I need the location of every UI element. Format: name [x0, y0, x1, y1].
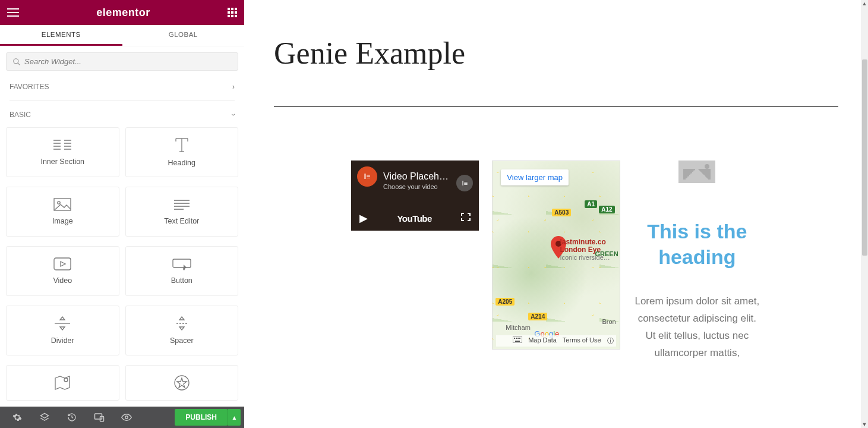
svg-rect-15 — [54, 199, 71, 210]
map-terms-link[interactable]: Terms of Use — [563, 336, 601, 345]
keyboard-icon[interactable] — [513, 336, 522, 343]
scrollbar-thumb[interactable] — [862, 59, 867, 256]
spacer-icon — [173, 316, 191, 331]
widget-label: Heading — [168, 159, 195, 167]
map-area-label: GREEN — [595, 250, 618, 257]
publish-options-button[interactable]: ▲ — [228, 409, 241, 426]
svg-point-30 — [64, 378, 68, 382]
map-data-link[interactable]: Map Data — [528, 336, 557, 345]
section-divider — [10, 100, 235, 101]
video-icon — [53, 257, 71, 270]
column-3[interactable]: This is the heading Lorem ipsum dolor si… — [633, 160, 761, 362]
eye-icon — [121, 413, 132, 421]
svg-marker-22 — [61, 262, 65, 266]
widget-label: Inner Section — [40, 158, 84, 166]
map-area-label: Bron — [602, 318, 616, 325]
map-area-label: Mitcham — [506, 324, 531, 331]
svg-rect-43 — [515, 341, 520, 342]
map-label-line: lastminute.co — [560, 238, 610, 246]
image-icon — [53, 198, 71, 211]
youtube-logo: YouTube — [397, 213, 431, 224]
responsive-button[interactable] — [86, 407, 113, 428]
gear-icon — [12, 413, 22, 422]
widget-label: Button — [171, 276, 192, 285]
widget-image[interactable]: Image — [6, 187, 119, 237]
vertical-scrollbar[interactable]: ▲ ▼ — [861, 0, 868, 428]
svg-rect-42 — [519, 338, 520, 339]
scroll-up-icon[interactable]: ▲ — [861, 0, 868, 7]
search-icon — [12, 58, 21, 66]
editor-canvas[interactable]: Genie Example I≡ Video Placeh… Choose yo… — [244, 0, 868, 428]
widget-inner-section[interactable]: Inner Section — [6, 127, 119, 177]
widget-label: Video — [53, 276, 72, 285]
divider-icon — [53, 316, 71, 331]
svg-rect-21 — [54, 258, 71, 270]
video-widget[interactable]: I≡ Video Placeh… Choose your video ▶ You… — [351, 160, 479, 231]
svg-rect-39 — [514, 338, 515, 339]
fullscreen-icon[interactable] — [461, 213, 471, 224]
road-label: A214 — [528, 313, 547, 320]
svg-rect-41 — [517, 338, 519, 339]
preview-button[interactable] — [113, 407, 140, 428]
search-input[interactable] — [24, 57, 232, 66]
widget-label: Divider — [51, 336, 74, 345]
tab-elements[interactable]: ELEMENTS — [0, 25, 122, 46]
map-widget[interactable]: A503 A1 A12 A205 A214 View larger map la… — [492, 160, 620, 350]
widget-map[interactable] — [6, 365, 119, 401]
svg-rect-23 — [173, 259, 191, 268]
svg-marker-32 — [177, 378, 187, 388]
svg-line-1 — [18, 62, 20, 65]
panel-tabs: ELEMENTS GLOBAL — [0, 25, 244, 46]
history-button[interactable] — [58, 407, 86, 428]
menu-icon[interactable] — [7, 8, 19, 17]
play-icon[interactable]: ▶ — [359, 212, 368, 225]
brand-logo: elementor — [96, 7, 150, 19]
widget-divider[interactable]: Divider — [6, 306, 119, 355]
heading-widget[interactable]: This is the heading — [633, 219, 761, 269]
apps-grid-icon[interactable] — [228, 8, 237, 17]
column-2[interactable]: A503 A1 A12 A205 A214 View larger map la… — [492, 160, 620, 362]
search-widget[interactable] — [6, 52, 238, 71]
image-placeholder-icon[interactable] — [678, 160, 715, 183]
road-label: A205 — [495, 298, 515, 306]
section-favorites[interactable]: FAVORITES › — [0, 77, 244, 97]
widget-spacer[interactable]: Spacer — [125, 306, 239, 355]
section-basic[interactable]: BASIC › — [0, 105, 244, 125]
map-footer: Map Data Terms of Use ⓘ — [496, 335, 616, 347]
search-row — [0, 46, 244, 77]
divider-element[interactable] — [274, 106, 838, 107]
publish-button[interactable]: PUBLISH — [175, 409, 228, 426]
section-columns: I≡ Video Placeh… Choose your video ▶ You… — [274, 160, 838, 362]
widget-text-editor[interactable]: Text Editor — [125, 187, 239, 237]
caret-up-icon: ▲ — [232, 414, 238, 421]
widget-video[interactable]: Video — [6, 246, 119, 296]
widget-heading[interactable]: Heading — [125, 127, 239, 177]
view-larger-map-button[interactable]: View larger map — [501, 169, 569, 185]
star-icon — [174, 375, 190, 391]
info-icon[interactable]: ⓘ — [607, 336, 614, 345]
road-label: A503 — [552, 209, 571, 216]
widget-button[interactable]: Button — [125, 246, 239, 296]
settings-button[interactable] — [4, 407, 31, 428]
columns-icon — [53, 139, 71, 152]
road-label: A12 — [599, 206, 614, 213]
svg-rect-40 — [516, 338, 517, 339]
chevron-right-icon: › — [232, 83, 235, 91]
svg-marker-24 — [60, 317, 65, 320]
text-editor-icon — [173, 198, 191, 211]
button-icon — [172, 257, 191, 270]
scroll-down-icon[interactable]: ▼ — [861, 421, 868, 428]
layers-icon — [40, 413, 49, 422]
heading-icon — [173, 137, 190, 153]
elementor-badge-icon: I≡ — [357, 166, 377, 187]
tab-global[interactable]: GLOBAL — [122, 25, 245, 46]
elementor-sidebar: elementor ELEMENTS GLOBAL FAVORITES › BA… — [0, 0, 244, 428]
text-editor-widget[interactable]: Lorem ipsum dolor sit amet, consectetur … — [633, 293, 761, 362]
svg-point-36 — [125, 416, 128, 419]
widget-label: Spacer — [170, 336, 194, 345]
svg-marker-33 — [40, 413, 48, 418]
video-title: Video Placeh… — [383, 171, 449, 182]
widget-icon[interactable] — [125, 365, 239, 401]
column-1[interactable]: I≡ Video Placeh… Choose your video ▶ You… — [351, 160, 479, 362]
navigator-button[interactable] — [31, 407, 58, 428]
